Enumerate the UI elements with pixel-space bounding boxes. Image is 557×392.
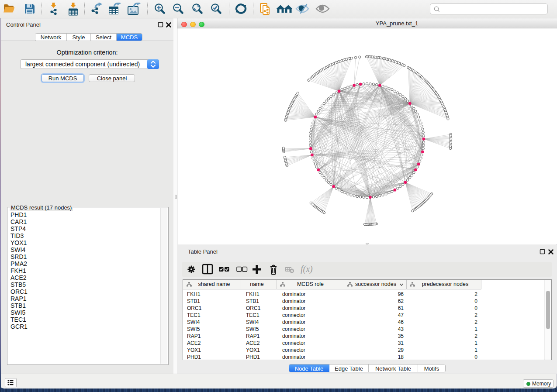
- svg-text:f(x): f(x): [301, 264, 313, 274]
